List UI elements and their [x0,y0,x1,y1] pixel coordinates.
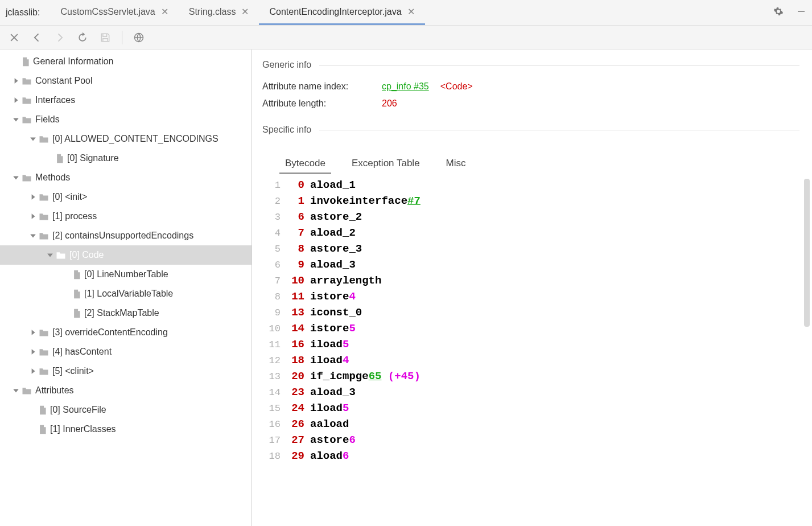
file-icon [22,57,30,67]
tree-row[interactable]: [1] InnerClasses [0,420,252,439]
save-button[interactable] [99,31,112,44]
tree-expand-icon[interactable] [28,212,38,221]
tree-expand-icon[interactable] [11,96,20,105]
tree-row[interactable]: Fields [0,110,252,129]
bytecode-offset: 1 [284,195,304,207]
scrollbar-thumb[interactable] [804,179,810,327]
bytecode-offset: 24 [284,402,304,414]
tree-expand-icon[interactable] [28,192,38,202]
bytecode-offset: 29 [284,450,304,462]
tree-row[interactable]: [0] LineNumberTable [0,265,252,284]
tree-row[interactable]: Interfaces [0,91,252,110]
bytecode-offset: 11 [284,290,304,303]
bytecode-arg: (+45) [381,370,420,383]
minimize-icon[interactable] [796,6,806,19]
tree-label: [3] overrideContentEncoding [52,327,168,338]
folder-icon [39,193,49,202]
tree-row[interactable]: [0] SourceFile [0,400,252,420]
tree-label: [1] process [52,211,97,221]
tree-row[interactable]: [1] LocalVariableTable [0,284,252,303]
tree-row[interactable]: [0] <init> [0,187,252,207]
folder-icon [39,135,49,143]
bytecode-opcode: iload [304,402,343,414]
tree-row[interactable]: [0] Signature [0,149,252,168]
tree-row[interactable]: Attributes [0,381,252,400]
line-number: 13 [262,371,284,382]
tree-expand-icon[interactable] [28,328,38,337]
bytecode-link[interactable]: 65 [369,370,382,383]
bytecode-line: 36astore_2 [262,211,812,227]
tree-expand-icon[interactable] [28,134,38,143]
bytecode-offset: 18 [284,354,304,367]
tree-expand-icon[interactable] [28,231,38,240]
tree-row[interactable]: Methods [0,168,252,187]
bytecode-line: 913iconst_0 [262,306,812,322]
tree-expand-icon[interactable] [28,347,38,356]
bytecode-line: 1014istore 5 [262,322,812,338]
bytecode-line: 1727astore 6 [262,434,812,450]
file-tab[interactable]: String.class✕ [179,0,259,25]
bytecode-line: 1423aload_3 [262,386,812,402]
tree-expand-icon[interactable] [11,173,20,182]
tree-row[interactable]: [2] containsUnsupportedEncodings [0,226,252,245]
tree-arrow-none [63,270,72,279]
reload-button[interactable] [76,31,89,44]
tree-label: Attributes [35,385,74,396]
tree-row[interactable]: [0] ALLOWED_CONTENT_ENCODINGS [0,129,252,149]
bytecode-opcode: istore [304,322,349,335]
specific-tab[interactable]: Exception Table [346,154,426,174]
forward-button[interactable] [53,31,66,44]
line-number: 8 [262,291,284,302]
file-tab[interactable]: CustomCssServlet.java✕ [50,0,178,25]
tab-close-icon[interactable]: ✕ [161,6,168,17]
tree-expand-icon[interactable] [46,250,55,260]
tree-row[interactable]: General Information [0,52,252,71]
bytecode-opcode: astore [304,434,349,446]
tree-expand-icon[interactable] [11,76,20,85]
tree-row[interactable]: [1] process [0,207,252,226]
line-number: 10 [262,323,284,334]
bytecode-offset: 8 [284,243,304,255]
generic-info-header: Generic info [262,60,799,70]
tree-row[interactable]: [5] <clinit> [0,361,252,381]
file-tab-label: String.class [189,7,236,17]
tree-expand-icon[interactable] [11,386,20,395]
bytecode-offset: 0 [284,179,304,191]
settings-icon[interactable] [773,6,784,19]
tree-label: [5] <clinit> [52,366,94,376]
specific-tab[interactable]: Misc [440,154,472,174]
line-number: 5 [262,244,284,254]
bytecode-opcode: astore_2 [304,211,362,223]
tree-row[interactable]: [0] Code [0,245,252,265]
bytecode-view[interactable]: 10aload_121invokeinterface #7 36astore_2… [262,176,812,526]
file-tab[interactable]: ContentEncodingInterceptor.java✕ [259,0,424,25]
tree-row[interactable]: [3] overrideContentEncoding [0,323,252,342]
main-content: General InformationConstant PoolInterfac… [0,50,812,526]
tree-row[interactable]: [2] StackMapTable [0,303,252,323]
specific-tab[interactable]: Bytecode [279,154,331,174]
tree-row[interactable]: Constant Pool [0,71,252,91]
svg-rect-0 [798,11,805,12]
browse-button[interactable] [133,31,145,44]
tab-close-icon[interactable]: ✕ [407,6,415,17]
bytecode-offset: 7 [284,227,304,239]
tree-expand-icon[interactable] [11,115,20,124]
tree-row[interactable]: [4] hasContent [0,342,252,361]
line-number: 18 [262,451,284,462]
close-button[interactable] [8,31,20,44]
tab-close-icon[interactable]: ✕ [241,6,249,17]
bytecode-offset: 23 [284,386,304,398]
tree-arrow-none [46,154,55,163]
tree-label: [2] StackMapTable [84,308,159,318]
tree-arrow-none [11,57,20,66]
bytecode-line: 1218iload 4 [262,354,812,370]
back-button[interactable] [31,31,43,44]
attr-name-link[interactable]: cp_info #35 [382,81,429,92]
tree-expand-icon[interactable] [28,367,38,376]
attr-name-tag: <Code> [440,81,473,92]
bytecode-opcode: aaload [304,418,349,430]
bytecode-offset: 6 [284,211,304,223]
tree-panel[interactable]: General InformationConstant PoolInterfac… [0,50,252,526]
bytecode-link[interactable]: #7 [407,195,421,207]
toolbar-separator [122,31,122,44]
